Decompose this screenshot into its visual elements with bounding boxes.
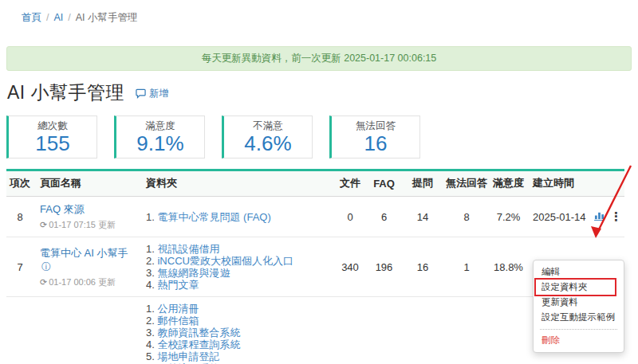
stat-label: 不滿意 bbox=[253, 120, 283, 132]
stat-label: 總次數 bbox=[37, 120, 68, 132]
questions-cell bbox=[403, 297, 443, 364]
unanswered-cell bbox=[443, 297, 490, 364]
col-header-docs: 文件 bbox=[335, 170, 365, 197]
stat-card-dissatisfied: 不滿意 4.6% bbox=[222, 115, 313, 159]
satisfaction-cell: 7.2% bbox=[490, 197, 526, 237]
breadcrumb-separator: / bbox=[46, 12, 49, 23]
add-button-label: 新增 bbox=[149, 87, 168, 100]
row-context-menu: 編輯 設定資料夾 更新資料 設定互動提示範例 刪除 bbox=[533, 260, 624, 353]
stat-card-unanswered: 無法回答 16 bbox=[329, 115, 420, 159]
faq-cell bbox=[365, 297, 403, 364]
stat-card-total: 總次數 155 bbox=[6, 115, 97, 159]
page-header: AI 小幫手管理 新增 bbox=[7, 81, 638, 104]
stat-value: 4.6% bbox=[244, 132, 291, 155]
updated-status: ⟳01-17 00:06 更新 bbox=[40, 276, 136, 288]
col-header-index: 項次 bbox=[6, 170, 33, 197]
stat-label: 滿意度 bbox=[145, 120, 175, 132]
breadcrumb-ai-link[interactable]: AI bbox=[53, 12, 63, 23]
kebab-menu-icon[interactable]: ⋮ bbox=[610, 209, 622, 223]
page-name-link[interactable]: FAQ 來源 bbox=[40, 203, 85, 215]
row-index bbox=[6, 297, 33, 364]
folder-item: 1. 電算中心常見問題 (FAQ) bbox=[146, 211, 332, 223]
satisfaction-cell: 18.8% bbox=[490, 237, 526, 297]
breadcrumb-separator: / bbox=[68, 12, 70, 23]
actions-cell: ⋮ bbox=[608, 197, 624, 237]
updated-text: 01-17 07:15 更新 bbox=[49, 220, 116, 229]
folder-link[interactable]: 公用清冊 bbox=[157, 303, 199, 315]
col-header-folders: 資料夾 bbox=[140, 170, 335, 197]
folder-link[interactable]: 電算中心常見問題 (FAQ) bbox=[157, 211, 270, 223]
updated-status: ⟳01-17 07:15 更新 bbox=[40, 219, 136, 231]
folder-item: 5. 場地申請登記 bbox=[146, 350, 332, 362]
folder-item: 2. iNCCU愛政大校園個人化入口 bbox=[146, 255, 332, 267]
folder-item: 1. 視訊設備借用 bbox=[146, 243, 332, 255]
updated-text: 01-17 00:06 更新 bbox=[49, 277, 116, 287]
unanswered-cell: 1 bbox=[443, 237, 490, 297]
update-alert: 每天更新異動資料，前一次更新 2025-01-17 00:06:15 bbox=[6, 46, 632, 71]
table-header-row: 項次 頁面名稱 資料夾 文件 FAQ 提問 無法回答 滿意度 建立時間 bbox=[6, 170, 624, 197]
docs-cell: 0 bbox=[335, 197, 365, 237]
folder-item: 2. 郵件信箱 bbox=[146, 315, 332, 327]
folder-item: 3. 無線網路與漫遊 bbox=[146, 267, 332, 279]
page-name-cell: 電算中心 AI 小幫手ⓘ ⟳01-17 00:06 更新 bbox=[33, 237, 140, 297]
breadcrumb: 首頁/AI/AI 小幫手管理 bbox=[22, 11, 638, 25]
menu-item-set-folders[interactable]: 設定資料夾 bbox=[534, 280, 624, 295]
folder-item: 4. 全校課程查詢系統 bbox=[146, 339, 332, 350]
page-name-cell: FAQ 來源 ⟳01-17 07:15 更新 bbox=[33, 197, 140, 237]
stat-value: 9.1% bbox=[136, 132, 183, 155]
col-header-actions bbox=[608, 170, 624, 197]
add-button[interactable]: 新增 bbox=[136, 87, 168, 100]
satisfaction-cell bbox=[490, 297, 526, 364]
menu-item-update-data[interactable]: 更新資料 bbox=[534, 295, 624, 310]
folder-item: 1. 公用清冊 bbox=[146, 303, 332, 315]
docs-cell bbox=[335, 297, 365, 364]
folder-link[interactable]: 熱門文章 bbox=[157, 279, 199, 291]
questions-cell: 16 bbox=[403, 237, 443, 297]
faq-cell: 6 bbox=[365, 197, 403, 237]
stat-card-satisfaction: 滿意度 9.1% bbox=[114, 115, 205, 159]
col-header-page-name: 頁面名稱 bbox=[33, 170, 140, 197]
folder-link[interactable]: 教師資訊整合系統 bbox=[157, 327, 240, 339]
menu-divider bbox=[540, 329, 617, 330]
folder-item: 3. 教師資訊整合系統 bbox=[146, 327, 332, 339]
folder-link[interactable]: iNCCU愛政大校園個人化入口 bbox=[157, 255, 293, 267]
info-icon[interactable]: ⓘ bbox=[41, 261, 51, 272]
created-cell: 2025-01-14 bbox=[526, 197, 590, 237]
faq-cell: 196 bbox=[365, 237, 403, 297]
menu-item-edit[interactable]: 編輯 bbox=[534, 264, 624, 280]
menu-item-set-prompt-examples[interactable]: 設定互動提示範例 bbox=[534, 310, 624, 325]
table-row-7: 7 電算中心 AI 小幫手ⓘ ⟳01-17 00:06 更新 1. 視訊設備借用… bbox=[6, 237, 624, 297]
row-index: 8 bbox=[6, 197, 33, 237]
folders-cell: 1. 公用清冊 2. 郵件信箱 3. 教師資訊整合系統 4. 全校課程查詢系統 … bbox=[140, 297, 335, 364]
col-header-chart bbox=[590, 170, 608, 197]
breadcrumb-current: AI 小幫手管理 bbox=[76, 12, 138, 23]
stat-label: 無法回答 bbox=[356, 120, 396, 132]
assistants-table: 項次 頁面名稱 資料夾 文件 FAQ 提問 無法回答 滿意度 建立時間 8 FA… bbox=[6, 169, 624, 364]
bar-chart-icon[interactable] bbox=[594, 211, 605, 223]
folder-link[interactable]: 郵件信箱 bbox=[157, 315, 199, 327]
chat-bubble-icon bbox=[136, 88, 146, 99]
menu-item-delete[interactable]: 刪除 bbox=[534, 333, 624, 348]
refresh-icon[interactable]: ⟳ bbox=[40, 220, 47, 229]
folder-link[interactable]: 無線網路與漫遊 bbox=[157, 267, 230, 279]
folder-link[interactable]: 視訊設備借用 bbox=[157, 243, 219, 255]
unanswered-cell: 8 bbox=[443, 197, 490, 237]
folders-cell: 1. 電算中心常見問題 (FAQ) bbox=[140, 197, 335, 237]
folder-link[interactable]: 場地申請登記 bbox=[157, 350, 219, 362]
page-name-cell bbox=[33, 297, 140, 364]
folder-link[interactable]: 全校課程查詢系統 bbox=[157, 339, 240, 350]
folder-item: 4. 熱門文章 bbox=[146, 279, 332, 291]
questions-cell: 14 bbox=[403, 197, 443, 237]
page-name-link[interactable]: 電算中心 AI 小幫手ⓘ bbox=[40, 247, 128, 272]
col-header-created: 建立時間 bbox=[526, 170, 590, 197]
stat-value: 16 bbox=[364, 132, 388, 155]
breadcrumb-home-link[interactable]: 首頁 bbox=[22, 12, 41, 23]
col-header-unanswered: 無法回答 bbox=[443, 170, 490, 197]
col-header-satisfaction: 滿意度 bbox=[490, 170, 526, 197]
docs-cell: 340 bbox=[335, 237, 365, 297]
refresh-icon[interactable]: ⟳ bbox=[40, 277, 47, 287]
stats-row: 總次數 155 滿意度 9.1% 不滿意 4.6% 無法回答 16 bbox=[6, 115, 638, 159]
page-title: AI 小幫手管理 bbox=[7, 81, 124, 104]
stat-value: 155 bbox=[35, 132, 69, 155]
col-header-faq: FAQ bbox=[365, 170, 403, 197]
